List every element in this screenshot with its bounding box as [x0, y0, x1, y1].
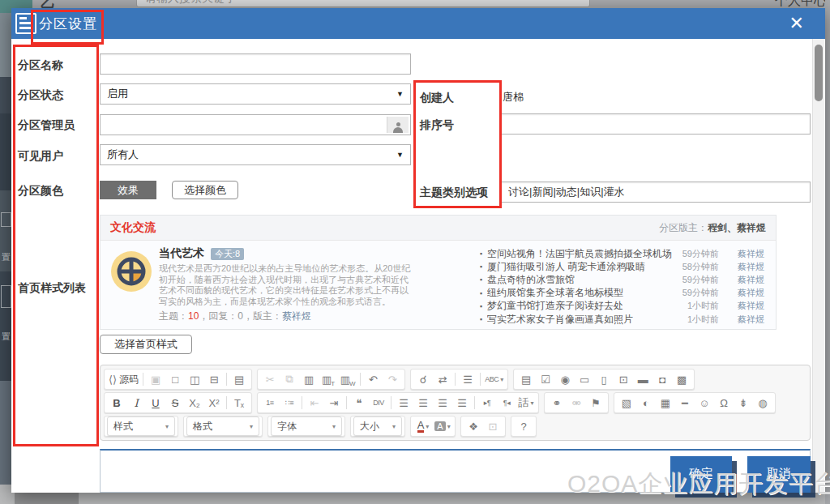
person-picker-button[interactable]	[387, 117, 409, 133]
news-author[interactable]: 蔡祥煜	[725, 274, 764, 286]
text-color-icon[interactable]: A▾	[413, 418, 433, 434]
news-author[interactable]: 蔡祥煜	[725, 314, 764, 326]
scrollbar-thumb[interactable]	[815, 45, 823, 101]
special-char-icon[interactable]: Ω	[714, 395, 734, 411]
topic-globe-icon	[110, 250, 152, 293]
italic-icon[interactable]: I	[126, 395, 146, 411]
about-icon[interactable]: ?	[514, 418, 533, 434]
templates-icon[interactable]: ▤	[229, 371, 249, 387]
bg-color-icon[interactable]: A▾	[433, 418, 452, 434]
horizontal-rule-icon[interactable]: ━	[675, 395, 695, 411]
textarea-icon[interactable]: ▯	[594, 371, 614, 387]
news-title[interactable]: 写实艺术家女子肖像画逼真如照片	[487, 313, 672, 327]
align-left-icon[interactable]: ☰	[394, 395, 413, 411]
align-center-icon[interactable]: ☰	[413, 395, 433, 411]
blockquote-icon[interactable]: ❝	[349, 395, 369, 411]
hidden-field-icon[interactable]: ▩	[672, 371, 691, 387]
news-author[interactable]: 蔡祥煜	[725, 300, 764, 312]
bold-icon[interactable]: B	[107, 395, 126, 411]
category-options-input[interactable]	[501, 182, 811, 203]
print-icon[interactable]: ⊟	[204, 371, 224, 387]
checkbox-icon[interactable]: ☑	[536, 371, 555, 387]
toolbar-group: ⟨⟩源码▣□◫⊟▤	[104, 369, 252, 390]
ok-button[interactable]: 确定	[670, 456, 732, 493]
flash-icon[interactable]: ◐	[636, 395, 656, 411]
underline-icon[interactable]: U	[146, 395, 165, 411]
bullet-list-icon[interactable]: ∷≡	[280, 395, 299, 411]
spellcheck-icon[interactable]: ABC▾	[483, 371, 505, 387]
select-field-icon[interactable]: ⊡	[614, 371, 633, 387]
superscript-icon[interactable]: X²	[204, 395, 224, 411]
topic-title[interactable]: 当代艺术	[159, 246, 204, 261]
news-title[interactable]: 纽约展馆集齐全球著名地标模型	[487, 286, 672, 300]
new-page-icon[interactable]: □	[165, 371, 185, 387]
choose-color-button[interactable]: 选择颜色	[172, 181, 238, 199]
news-title[interactable]: 厦门猫街吸引游人 萌宠卡通涂鸦吸睛	[487, 260, 672, 274]
bidi-rtl-icon[interactable]: ¶◂	[497, 395, 516, 411]
maximize-icon[interactable]: ❖	[464, 418, 483, 434]
paste-word-icon[interactable]: ▥W	[338, 371, 357, 387]
news-author[interactable]: 蔡祥煜	[725, 261, 764, 273]
language-icon[interactable]: 話▾	[516, 395, 536, 411]
paste-icon[interactable]: ▥	[299, 371, 319, 387]
source-button[interactable]: ⟨⟩源码	[107, 371, 140, 387]
preview-icon[interactable]: ◫	[185, 371, 204, 387]
news-time: 59分钟前	[672, 274, 719, 286]
moderators-text: 分区版主：程剑、蔡祥煜	[659, 221, 766, 235]
stats-moderator-name[interactable]: 蔡祥煜	[282, 310, 311, 322]
size-select[interactable]: 大小▾	[353, 416, 402, 436]
visible-users-select[interactable]: 所有人 ▼	[100, 144, 411, 165]
ordered-list-icon[interactable]: 1≡	[260, 395, 280, 411]
page-break-icon[interactable]: ⇟	[734, 395, 753, 411]
color-effect-button[interactable]: 效果	[100, 181, 156, 199]
news-title[interactable]: 盘点奇特的冰雪旅馆	[487, 273, 672, 287]
news-item[interactable]: ▪纽约展馆集齐全球著名地标模型59分钟前蔡祥煜	[480, 287, 764, 300]
button-icon[interactable]: ▬	[633, 371, 652, 387]
choose-homepage-style-button[interactable]: 选择首页样式	[100, 335, 192, 354]
cancel-button[interactable]: 取消	[747, 456, 811, 493]
news-item[interactable]: ▪厦门猫街吸引游人 萌宠卡通涂鸦吸睛58分钟前蔡祥煜	[480, 260, 764, 273]
undo-icon[interactable]: ↶	[363, 371, 383, 387]
radio-icon[interactable]: ◉	[555, 371, 575, 387]
close-icon[interactable]: ✕	[789, 13, 804, 34]
image-icon[interactable]: ▧	[617, 395, 636, 411]
news-item[interactable]: ▪写实艺术家女子肖像画逼真如照片1小时前蔡祥煜	[480, 313, 764, 326]
format-select[interactable]: 格式▾	[186, 416, 259, 436]
manager-input[interactable]	[100, 114, 411, 135]
link-icon[interactable]: ⚭	[547, 395, 567, 411]
news-title[interactable]: 空间站视角！法国宇航员震撼拍摄全球机场	[487, 247, 672, 261]
subscript-icon[interactable]: X₂	[185, 395, 204, 411]
news-item[interactable]: ▪梦幻童书馆打造亲子阅读好去处1小时前蔡祥煜	[480, 300, 764, 313]
indent-icon[interactable]: ⇥	[324, 395, 344, 411]
text-field-icon[interactable]: ▭	[575, 371, 594, 387]
replace-icon[interactable]: ⇄	[433, 371, 452, 387]
anchor-icon[interactable]: ⚑	[586, 395, 605, 411]
form-icon[interactable]: ▤	[516, 371, 536, 387]
news-author[interactable]: 蔡祥煜	[725, 248, 764, 260]
toolbar-separator	[226, 396, 227, 409]
select-all-icon[interactable]: ☰	[458, 371, 477, 387]
font-select[interactable]: 字体▾	[271, 416, 342, 436]
name-input[interactable]	[100, 53, 411, 75]
iframe-icon[interactable]: ◍	[753, 395, 772, 411]
strike-icon[interactable]: S	[165, 395, 185, 411]
stats-reply: ，回复：0	[199, 310, 243, 322]
find-icon[interactable]: ☌	[413, 371, 433, 387]
news-item[interactable]: ▪空间站视角！法国宇航员震撼拍摄全球机场59分钟前蔡祥煜	[480, 247, 764, 260]
remove-format-icon[interactable]: Tₓ	[229, 395, 249, 411]
div-icon[interactable]: DIV	[369, 395, 388, 411]
align-justify-icon[interactable]: ☰	[452, 395, 472, 411]
image-button-icon[interactable]: ◘	[652, 371, 672, 387]
news-item[interactable]: ▪盘点奇特的冰雪旅馆59分钟前蔡祥煜	[480, 273, 764, 286]
bidi-ltr-icon[interactable]: ▸¶	[477, 395, 497, 411]
field-label-creator: 创建人	[420, 87, 454, 108]
smiley-icon[interactable]: ☺	[695, 395, 714, 411]
news-author[interactable]: 蔡祥煜	[725, 287, 764, 299]
paste-text-icon[interactable]: ▥T	[319, 371, 338, 387]
style-select[interactable]: 样式▾	[107, 416, 175, 436]
order-input[interactable]	[501, 113, 811, 135]
align-right-icon[interactable]: ☰	[433, 395, 452, 411]
table-icon[interactable]: ▦	[656, 395, 675, 411]
status-select[interactable]: 启用 ▼	[100, 83, 411, 105]
news-title[interactable]: 梦幻童书馆打造亲子阅读好去处	[487, 299, 672, 313]
